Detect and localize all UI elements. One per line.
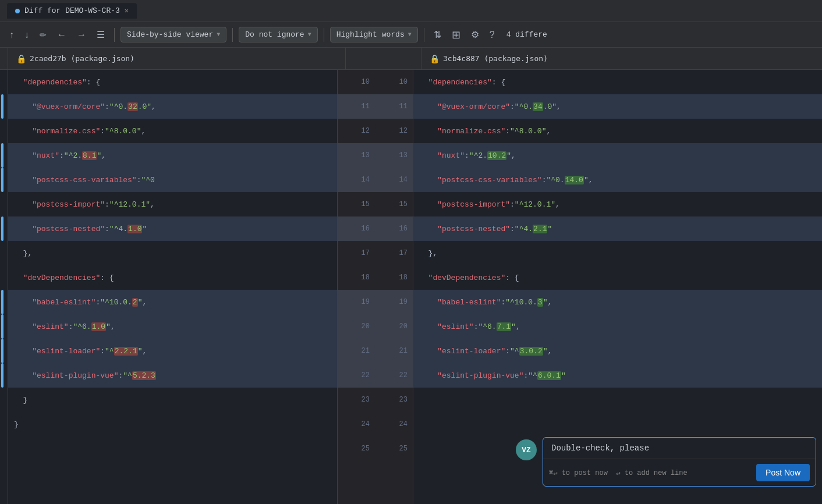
left-line-19: "babel-eslint": "^10.0.2",	[8, 290, 337, 314]
right-line-15: "postcss-import": "^12.0.1",	[413, 192, 822, 216]
back-button[interactable]: ←	[54, 27, 70, 42]
menu-button[interactable]: ☰	[93, 27, 108, 42]
settings-button[interactable]: ⚙	[467, 27, 483, 42]
file-label-right: 3cb4c887 (package.json)	[443, 54, 548, 63]
ignore-dropdown[interactable]: Do not ignore ▼	[239, 27, 317, 42]
file-headers: 🔒 2caed27b (package.json) 🔒 3cb4c887 (pa…	[0, 48, 822, 70]
title-bar: Diff for DEMO-WS-CR-3 ✕	[0, 0, 822, 22]
file-label-left: 2caed27b (package.json)	[30, 54, 134, 63]
left-line-12: "normalize.css": "^8.0.0",	[8, 119, 337, 143]
line-numbers-panel: 10 11 12 13 14 15 16 17 18 19 20 21 22 2…	[338, 70, 413, 504]
left-line-10: "dependencies": {	[8, 70, 337, 94]
diff-panel-left: "dependencies": { "@vuex-orm/core": "^0.…	[8, 70, 338, 504]
separator-1	[114, 28, 115, 42]
title-tab[interactable]: Diff for DEMO-WS-CR-3 ✕	[7, 3, 137, 19]
left-line-15: "postcss-import": "^12.0.1",	[8, 192, 337, 216]
left-line-14: "postcss-css-variables": "^0	[8, 168, 337, 192]
highlight-dropdown[interactable]: Highlight words ▼	[330, 27, 418, 42]
left-line-22: "eslint-plugin-vue": "^5.2.3	[8, 363, 337, 388]
right-line-16: "postcss-nested": "^4.2.1"	[413, 216, 822, 241]
lnum-right-11: 11	[375, 94, 413, 119]
lnum-right-10: 10	[375, 70, 413, 94]
separator-3	[324, 28, 324, 42]
lnum-left-22: 22	[338, 363, 375, 388]
close-tab-button[interactable]: ✕	[125, 6, 129, 15]
lnum-right-20: 20	[375, 314, 413, 339]
left-line-17: },	[8, 241, 337, 265]
help-button[interactable]: ?	[486, 27, 498, 42]
navigate-up-button[interactable]: ↑	[6, 27, 17, 42]
lnum-left-20: 20	[338, 314, 375, 339]
right-line-13: "nuxt": "^2.10.2",	[413, 143, 822, 168]
left-gutter	[0, 70, 8, 504]
forward-button[interactable]: →	[73, 27, 90, 42]
lnum-right-22: 22	[375, 363, 413, 388]
user-avatar: VZ	[516, 439, 537, 460]
lnum-right-16: 16	[375, 216, 413, 241]
lock-icon-left: 🔒	[16, 54, 26, 63]
lnum-right-19: 19	[375, 290, 413, 314]
lock-icon-right: 🔒	[430, 54, 440, 63]
line-nums-left: 10 11 12 13 14 15 16 17 18 19 20 21 22 2…	[338, 70, 375, 504]
columns-button[interactable]: ⊞	[448, 26, 464, 44]
lnum-right-13: 13	[375, 143, 413, 168]
left-line-11: "@vuex-orm/core": "^0.32.0",	[8, 94, 337, 119]
edit-button[interactable]: ✏	[36, 28, 50, 42]
right-line-22: "eslint-plugin-vue": "^6.0.1"	[413, 363, 822, 388]
post-hint: ⌘↵ to post now ↵ to add new line	[549, 468, 688, 477]
right-line-17: },	[413, 241, 822, 265]
toolbar: ↑ ↓ ✏ ← → ☰ Side-by-side viewer ▼ Do not…	[0, 22, 822, 48]
lnum-right-24: 24	[375, 412, 413, 436]
file-header-right: 🔒 3cb4c887 (package.json)	[421, 48, 822, 69]
lnum-left-24: 24	[338, 412, 375, 436]
post-now-button[interactable]: Post Now	[756, 464, 810, 481]
comment-input[interactable]	[543, 438, 816, 459]
lnum-right-15: 15	[375, 192, 413, 216]
ignore-arrow-icon: ▼	[308, 31, 311, 38]
comment-box: ⌘↵ to post now ↵ to add new line Post No…	[543, 437, 816, 487]
right-line-11: "@vuex-orm/core": "^0.34.0",	[413, 94, 822, 119]
separator-4	[424, 28, 424, 42]
right-line-12: "normalize.css": "^8.0.0",	[413, 119, 822, 143]
lnum-left-21: 21	[338, 339, 375, 363]
right-line-21: "eslint-loader": "^3.0.2",	[413, 339, 822, 363]
lnum-left-25: 25	[338, 436, 375, 461]
lnum-right-25: 25	[375, 436, 413, 461]
lnum-left-13: 13	[338, 143, 375, 168]
left-line-20: "eslint": "^6.1.0",	[8, 314, 337, 339]
viewer-dropdown[interactable]: Side-by-side viewer ▼	[121, 27, 226, 42]
viewer-label: Side-by-side viewer	[127, 30, 213, 39]
right-line-20: "eslint": "^6.7.1",	[413, 314, 822, 339]
sync-button[interactable]: ⇅	[430, 27, 445, 42]
lnum-left-23: 23	[338, 388, 375, 412]
diff-container: "dependencies": { "@vuex-orm/core": "^0.…	[0, 70, 822, 504]
right-line-18: "devDependencies": {	[413, 265, 822, 290]
right-line-14: "postcss-css-variables": "^0.14.0",	[413, 168, 822, 192]
tab-label: Diff for DEMO-WS-CR-3	[24, 6, 120, 15]
lnum-right-23: 23	[375, 388, 413, 412]
right-line-10: "dependencies": {	[413, 70, 822, 94]
right-line-24	[413, 412, 822, 436]
left-line-16: "postcss-nested": "^4.1.0"	[8, 216, 337, 241]
lnum-right-21: 21	[375, 339, 413, 363]
comment-area: VZ ⌘↵ to post now ↵ to add new line Post…	[516, 437, 816, 487]
right-line-23	[413, 388, 822, 412]
lnum-left-16: 16	[338, 216, 375, 241]
separator-2	[232, 28, 233, 42]
highlight-arrow-icon: ▼	[408, 31, 412, 38]
line-nums-right: 10 11 12 13 14 15 16 17 18 19 20 21 22 2…	[375, 70, 413, 504]
navigate-down-button[interactable]: ↓	[21, 27, 33, 42]
diff-count: 4 differe	[506, 30, 547, 39]
lnum-left-10: 10	[338, 70, 375, 94]
lnum-left-15: 15	[338, 192, 375, 216]
right-line-19: "babel-eslint": "^10.0.3",	[413, 290, 822, 314]
lnum-left-12: 12	[338, 119, 375, 143]
comment-footer: ⌘↵ to post now ↵ to add new line Post No…	[543, 459, 816, 486]
lnum-left-11: 11	[338, 94, 375, 119]
lnum-right-17: 17	[375, 241, 413, 265]
left-line-18: "devDependencies": {	[8, 265, 337, 290]
lnum-right-12: 12	[375, 119, 413, 143]
left-line-23: }	[8, 388, 337, 412]
lnum-right-14: 14	[375, 168, 413, 192]
lnum-left-14: 14	[338, 168, 375, 192]
